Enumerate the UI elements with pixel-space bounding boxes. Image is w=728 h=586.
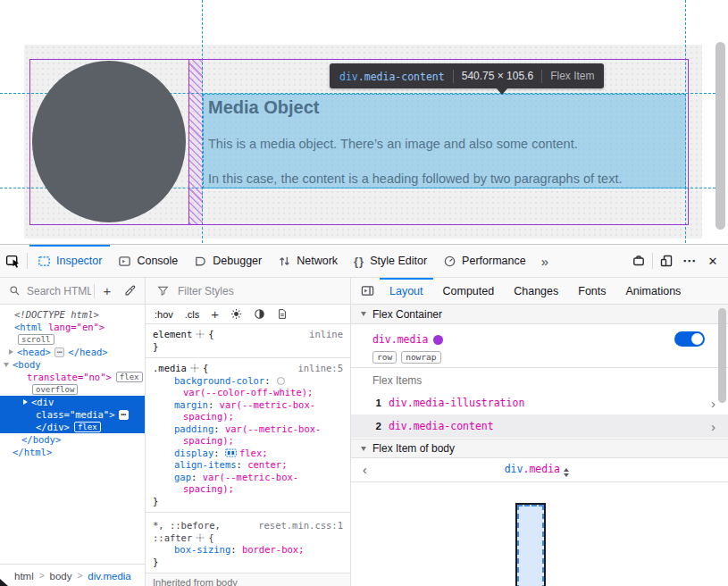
infobar-selector: div.media-content xyxy=(339,68,445,84)
tag-text: <div xyxy=(31,396,54,408)
node-body-close[interactable]: </body> xyxy=(0,433,145,446)
media-object-paragraph-2: In this case, the content is a heading f… xyxy=(208,172,622,186)
flex-item-row-content[interactable]: 2 div.media-content › xyxy=(351,414,728,438)
flex-container-selector[interactable]: div.media xyxy=(372,333,443,346)
selected-node-div-media[interactable]: <div class="media">⋯ </div>flex xyxy=(0,396,145,433)
add-rule-button[interactable]: + xyxy=(211,306,219,322)
breadcrumb-body[interactable]: body xyxy=(50,571,72,582)
css-property[interactable]: align-items xyxy=(174,459,237,470)
css-value[interactable]: var(--color-off-white); xyxy=(183,387,336,399)
css-property[interactable]: padding xyxy=(174,423,213,434)
flex-item-row-illustration[interactable]: 1 div.media-illustration › xyxy=(351,391,728,414)
tab-fonts[interactable]: Fonts xyxy=(568,278,615,304)
tab-performance[interactable]: Performance xyxy=(435,245,534,277)
flex-container-section-header[interactable]: Flex Container xyxy=(351,305,728,324)
rule-reset: *, ::before, ::after{reset.min.css:1 box… xyxy=(146,513,350,573)
selector-gear-icon[interactable] xyxy=(190,364,199,373)
close-devtools-button[interactable]: ✕ xyxy=(701,245,724,277)
node-html-open[interactable]: <html lang="en"> xyxy=(0,321,145,333)
color-swatch[interactable] xyxy=(277,377,285,385)
inspector-icon xyxy=(38,255,51,268)
selector-gear-icon[interactable] xyxy=(196,533,205,542)
attr-value[interactable]: ="en"> xyxy=(71,321,105,333)
rule-selector[interactable]: element xyxy=(153,329,192,339)
rule-origin-link[interactable]: inline xyxy=(309,329,343,341)
search-html-input[interactable] xyxy=(27,285,91,297)
expand-arrow-icon[interactable] xyxy=(23,399,28,405)
filter-styles-input[interactable] xyxy=(178,285,321,297)
flex-badge[interactable]: flex xyxy=(116,372,143,383)
attr-name[interactable]: lang xyxy=(48,321,71,333)
class-panel-button[interactable]: .cls xyxy=(185,309,200,320)
rule-origin-link[interactable]: reset.min.css:1 xyxy=(258,520,343,532)
rule-origin-link[interactable]: inline:5 xyxy=(297,363,343,375)
pseudo-class-button[interactable]: :hov xyxy=(155,309,173,320)
layout-scrollbar-thumb[interactable] xyxy=(718,308,726,403)
page-scrollbar-thumb[interactable] xyxy=(715,42,725,230)
breadcrumb-separator: > xyxy=(78,571,83,581)
overlay-color-swatch[interactable] xyxy=(433,335,443,345)
tab-style-editor[interactable]: {} Style Editor xyxy=(346,245,435,277)
eyedropper-button[interactable] xyxy=(120,281,139,301)
tab-overflow-chevron[interactable]: » xyxy=(534,254,556,269)
flex-item-of-body-section-header[interactable]: Flex Item of body xyxy=(351,439,728,458)
tab-changes[interactable]: Changes xyxy=(504,278,568,304)
css-property[interactable]: box-sizing xyxy=(174,544,230,555)
eyedropper-icon xyxy=(124,285,136,297)
infobar-separator xyxy=(541,70,542,83)
scroll-badge[interactable]: scroll xyxy=(18,334,54,346)
css-value[interactable]: border-box; xyxy=(242,544,305,555)
attr-name[interactable]: translate xyxy=(27,371,78,383)
breadcrumb-html[interactable]: html xyxy=(14,571,34,582)
add-node-button[interactable]: + xyxy=(97,281,117,301)
pick-element-button[interactable] xyxy=(0,245,25,277)
rule-selector[interactable]: .media xyxy=(153,363,187,373)
node-head[interactable]: <head>⋯</head> xyxy=(0,346,145,358)
browser-page-viewport: Media Object This is a media object. The… xyxy=(0,0,728,244)
flex-badge[interactable]: flex xyxy=(74,422,101,433)
devtools-menu-button[interactable]: ⋯ xyxy=(678,245,701,277)
tab-debugger[interactable]: Debugger xyxy=(186,245,270,277)
css-property[interactable]: background-color xyxy=(174,375,264,386)
attr-name[interactable]: class xyxy=(36,408,64,421)
screenshot-button[interactable] xyxy=(627,245,650,277)
tab-layout[interactable]: Layout xyxy=(380,278,433,304)
tab-animations[interactable]: Animations xyxy=(616,278,691,304)
breadcrumb-div-media[interactable]: div.media xyxy=(88,571,130,582)
attr-value[interactable]: ="no"> xyxy=(78,371,112,383)
node-body-attrs[interactable]: translate="no">flex xyxy=(0,371,145,383)
tab-computed[interactable]: Computed xyxy=(433,278,505,304)
tab-label: Changes xyxy=(514,285,558,297)
dark-theme-sim-button[interactable] xyxy=(254,308,265,320)
css-property[interactable]: margin xyxy=(174,399,208,410)
selector-gear-icon[interactable] xyxy=(196,330,205,339)
chevron-right-icon: › xyxy=(711,420,715,433)
css-value[interactable]: center; xyxy=(247,459,287,470)
selector-class: .media xyxy=(523,463,560,475)
toolbar-divider xyxy=(652,253,653,269)
css-property[interactable]: display xyxy=(174,448,213,458)
tab-console[interactable]: Console xyxy=(110,245,186,277)
node-body-open[interactable]: <body xyxy=(0,358,145,371)
overflow-badge[interactable]: overflow xyxy=(32,384,78,396)
light-theme-sim-button[interactable] xyxy=(230,308,242,320)
print-sim-button[interactable] xyxy=(277,308,288,320)
ellipsis-chip[interactable]: ⋯ xyxy=(119,410,129,420)
css-property[interactable]: gap xyxy=(174,472,191,482)
collapse-arrow-icon[interactable] xyxy=(4,363,9,367)
responsive-design-mode-button[interactable] xyxy=(655,245,678,277)
attr-value[interactable]: ="media"> xyxy=(64,408,115,421)
node-doctype[interactable]: <!DOCTYPE html> xyxy=(0,308,145,321)
flex-overlay-toggle[interactable] xyxy=(674,331,705,347)
tab-inspector[interactable]: Inspector xyxy=(29,245,110,277)
css-value[interactable]: flex; xyxy=(239,448,268,458)
tag-text: <body xyxy=(13,358,41,371)
ellipsis-chip[interactable]: ⋯ xyxy=(54,347,64,357)
node-html-close[interactable]: </html> xyxy=(0,446,145,458)
expand-arrow-icon[interactable] xyxy=(9,349,13,355)
tab-network[interactable]: Network xyxy=(270,245,346,277)
flex-item-selector-picker[interactable]: div.media xyxy=(367,463,707,477)
flex-value-icon[interactable] xyxy=(225,448,237,457)
sidebar-toggle-button[interactable] xyxy=(357,281,377,301)
css-value[interactable]: var(--metric-box-spacing); xyxy=(183,472,298,495)
